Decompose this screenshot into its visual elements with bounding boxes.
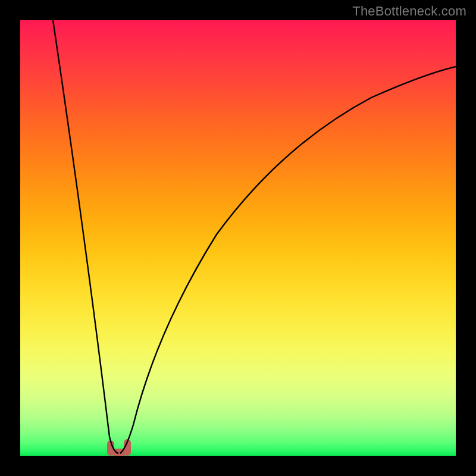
chart-frame: TheBottleneck.com [0, 0, 476, 476]
left-arm-curve [53, 20, 118, 453]
plot-area [20, 20, 456, 456]
watermark-text: TheBottleneck.com [352, 4, 466, 19]
curve-layer [20, 20, 456, 456]
right-arm-curve [120, 67, 456, 453]
